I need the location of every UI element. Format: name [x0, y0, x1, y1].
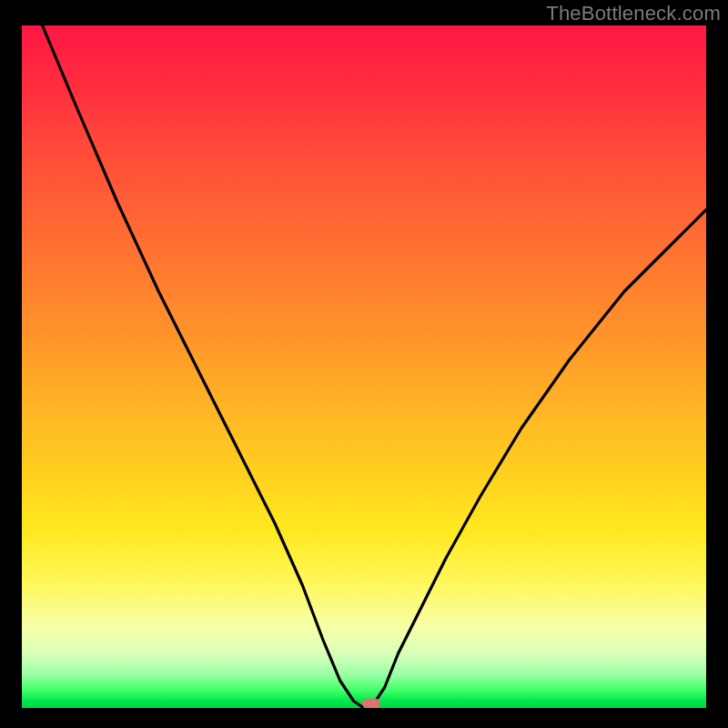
curve-svg: [22, 25, 706, 708]
bottleneck-curve: [43, 25, 706, 708]
watermark-text: TheBottleneck.com: [546, 2, 721, 25]
plot-area: [22, 25, 706, 708]
optimum-marker: [362, 699, 380, 709]
chart-container: TheBottleneck.com: [0, 0, 728, 728]
